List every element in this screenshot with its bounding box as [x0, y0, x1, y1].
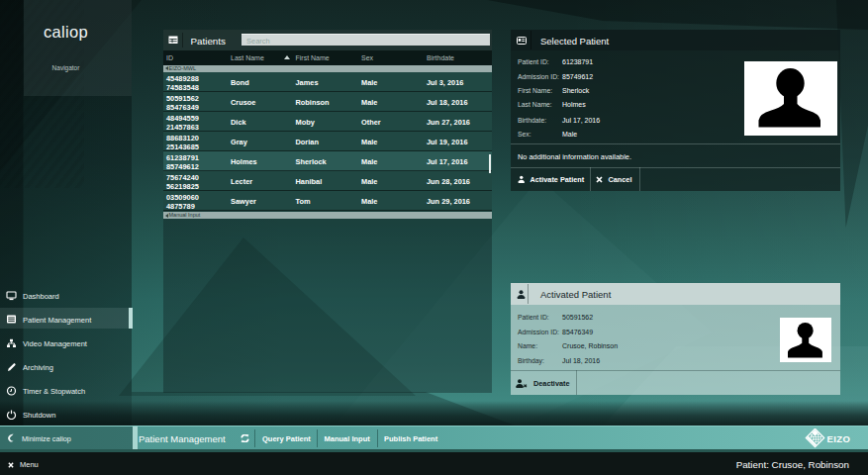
svg-text:EIZO: EIZO: [827, 432, 851, 443]
